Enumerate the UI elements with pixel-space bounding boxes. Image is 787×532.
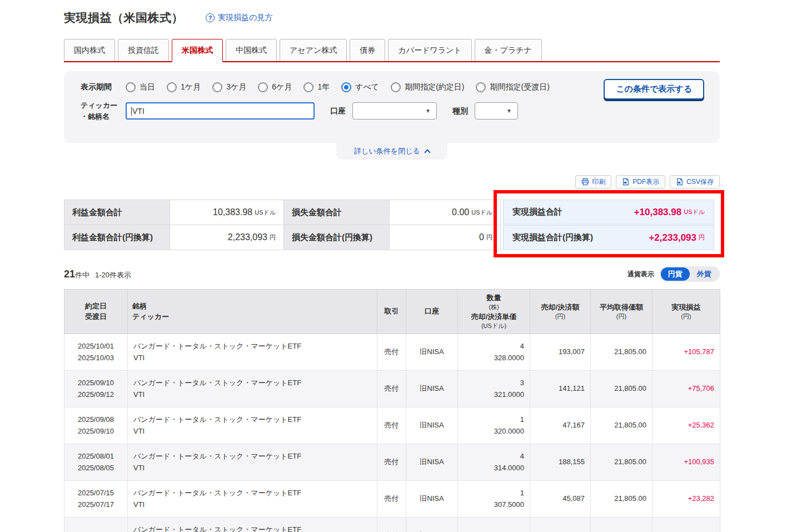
profit-total-jpy-label: 利益金額合計(円換算) xyxy=(64,225,170,250)
radio-icon xyxy=(212,82,222,92)
period-radio[interactable]: 当日 xyxy=(126,82,155,92)
loss-total-jpy-value: 0円 xyxy=(390,225,501,250)
ticker-symbol: VTI xyxy=(133,389,371,401)
trade-type-cell: 売付 xyxy=(377,334,406,371)
quantity-cell: 3321.0000 xyxy=(458,371,530,407)
category-tab[interactable]: アセアン株式 xyxy=(280,39,347,61)
settlement-amount-cell: 141,121 xyxy=(530,371,591,407)
period-radio[interactable]: 1ケ月 xyxy=(167,82,201,92)
page-content: 実現損益（米国株式） ? 実現損益の見方 国内株式投資信託米国株式中国株式アセア… xyxy=(64,10,720,532)
summary-table: 利益金額合計 10,383.98USドル 損失金額合計 0.00USドル 利益金… xyxy=(64,200,501,250)
avg-cost-cell: 21,805.00 xyxy=(591,444,652,481)
category-tab[interactable]: 米国株式 xyxy=(172,39,223,62)
realized-pl-cell: +105,787 xyxy=(652,334,720,371)
trade-type-cell: 売付 xyxy=(377,371,406,407)
security-name: バンガード・トータル・ストック・マーケットETF xyxy=(133,341,371,352)
collapse-conditions-label: 詳しい条件を閉じる xyxy=(354,146,420,156)
table-row: 2025/10/012025/10/03 バンガード・トータル・ストック・マーケ… xyxy=(64,334,720,371)
ticker-symbol: VTI xyxy=(133,463,371,474)
security-cell: バンガード・トータル・ストック・マーケットETF VTI xyxy=(128,334,377,371)
csv-button[interactable]: CSV保存 xyxy=(670,175,720,188)
account-cell: 旧NISA xyxy=(406,518,458,532)
trade-type-cell: 売付 xyxy=(377,407,406,444)
category-tab[interactable]: 国内株式 xyxy=(64,39,115,61)
page-title: 実現損益（米国株式） xyxy=(64,10,183,26)
radio-icon xyxy=(391,82,401,92)
security-cell: バンガード・トータル・ストック・マーケットETF VTI xyxy=(128,444,377,481)
header-account: 口座 xyxy=(406,290,458,334)
settlement-amount-cell: 188,155 xyxy=(530,444,591,481)
category-tab[interactable]: カバードワラント xyxy=(388,39,471,61)
account-cell: 旧NISA xyxy=(406,444,458,481)
category-tab[interactable]: 中国株式 xyxy=(226,39,277,61)
radio-icon xyxy=(341,82,351,92)
realized-total-row: 実現損益合計 +10,383.98 USドル xyxy=(503,200,714,225)
realized-total-jpy-label: 実現損益合計(円換算) xyxy=(512,232,593,243)
period-radio[interactable]: すべて xyxy=(341,82,379,92)
ticker-input[interactable]: VTI xyxy=(126,102,315,120)
ticker-row: ティッカー ・銘柄名 VTI 口座 ▼ 種別 ▼ xyxy=(81,100,703,122)
type-select[interactable]: ▼ xyxy=(475,102,518,120)
ticker-input-value: VTI xyxy=(132,107,145,116)
settlement-amount-cell: 47,167 xyxy=(530,407,591,444)
category-tab[interactable]: 投資信託 xyxy=(118,39,169,61)
type-select-label: 種別 xyxy=(452,106,468,116)
filter-panel: 表示期間 当日 1ケ月 3ケ月 6ケ月 xyxy=(64,71,720,143)
help-icon: ? xyxy=(206,13,215,22)
results-range: 1-20件表示 xyxy=(95,270,131,280)
pdf-button[interactable]: PDF表示 xyxy=(616,175,665,188)
realized-total-value: +10,383.98 xyxy=(634,207,682,218)
period-radio[interactable]: 期間指定(受渡日) xyxy=(476,82,549,92)
security-name: バンガード・トータル・ストック・マーケットETF xyxy=(133,414,371,426)
trade-type-cell: 売付 xyxy=(377,481,406,518)
profit-total-label: 利益金額合計 xyxy=(64,200,170,225)
radio-icon xyxy=(167,82,177,92)
security-cell: バンガード・トータル・ストック・マーケットETF VTI xyxy=(128,407,377,444)
trade-dates-cell: 2025/09/102025/09/12 xyxy=(64,371,128,407)
category-tab[interactable]: 債券 xyxy=(350,39,385,61)
period-radio[interactable]: 1年 xyxy=(303,82,330,92)
header-security: 銘柄ティッカー xyxy=(128,290,377,334)
account-cell: 旧NISA xyxy=(406,407,458,444)
security-name: バンガード・トータル・ストック・マーケットETF xyxy=(133,451,371,463)
radio-icon xyxy=(126,82,136,92)
period-radio-label: 期間指定(約定日) xyxy=(405,82,464,92)
table-row: 2025/08/012025/08/05 バンガード・トータル・ストック・マーケ… xyxy=(64,444,720,481)
currency-option[interactable]: 外貨 xyxy=(690,267,719,281)
loss-total-jpy-label: 損失金額合計(円換算) xyxy=(284,225,390,250)
summary-section: 利益金額合計 10,383.98USドル 損失金額合計 0.00USドル 利益金… xyxy=(64,200,720,250)
csv-button-label: CSV保存 xyxy=(686,177,714,187)
period-radio[interactable]: 6ケ月 xyxy=(258,82,292,92)
header-trade-date: 約定日受渡日 xyxy=(64,290,128,334)
avg-cost-cell: 21,805.00 xyxy=(591,481,652,518)
period-options: 当日 1ケ月 3ケ月 6ケ月 1年 すべ xyxy=(126,82,561,92)
currency-display: 通貨表示 円貨外貨 xyxy=(627,266,720,282)
period-radio-label: 1年 xyxy=(317,82,330,92)
help-link[interactable]: ? 実現損益の見方 xyxy=(206,13,272,23)
help-link-label: 実現損益の見方 xyxy=(218,13,272,23)
period-radio[interactable]: 3ケ月 xyxy=(212,82,246,92)
avg-cost-cell: 21,805.00 xyxy=(591,334,652,371)
export-toolbar: 印刷 PDF表示 CSV保存 xyxy=(64,175,720,188)
period-radio[interactable]: 期間指定(約定日) xyxy=(391,82,464,92)
print-button-label: 印刷 xyxy=(592,177,605,187)
print-button[interactable]: 印刷 xyxy=(575,175,611,188)
chevron-down-icon: ▼ xyxy=(506,108,512,114)
account-select[interactable]: ▼ xyxy=(352,102,437,120)
security-name: バンガード・トータル・ストック・マーケットETF xyxy=(133,524,371,532)
account-select-label: 口座 xyxy=(330,106,346,116)
realized-pl-cell: +66,665 xyxy=(652,518,720,532)
category-tab[interactable]: 金・プラチナ xyxy=(475,39,542,61)
category-tabs: 国内株式投資信託米国株式中国株式アセアン株式債券カバードワラント金・プラチナ xyxy=(64,39,720,62)
ticker-symbol: VTI xyxy=(133,426,371,437)
apply-filter-button[interactable]: この条件で表示する xyxy=(604,79,704,100)
security-name: バンガード・トータル・ストック・マーケットETF xyxy=(133,488,371,499)
collapse-conditions-link[interactable]: 詳しい条件を閉じる xyxy=(336,143,447,160)
currency-option[interactable]: 円貨 xyxy=(661,267,690,281)
profit-total-value: 10,383.98USドル xyxy=(170,200,284,225)
chevron-up-icon xyxy=(424,149,430,155)
realized-total-jpy-row: 実現損益合計(円換算) +2,233,093 円 xyxy=(503,225,714,250)
account-cell: 旧NISA xyxy=(406,481,458,518)
table-header: 約定日受渡日 銘柄ティッカー 取引 口座 数量(株) 売却/決済単価(USドル)… xyxy=(64,290,720,334)
period-radio-label: 6ケ月 xyxy=(272,82,292,92)
